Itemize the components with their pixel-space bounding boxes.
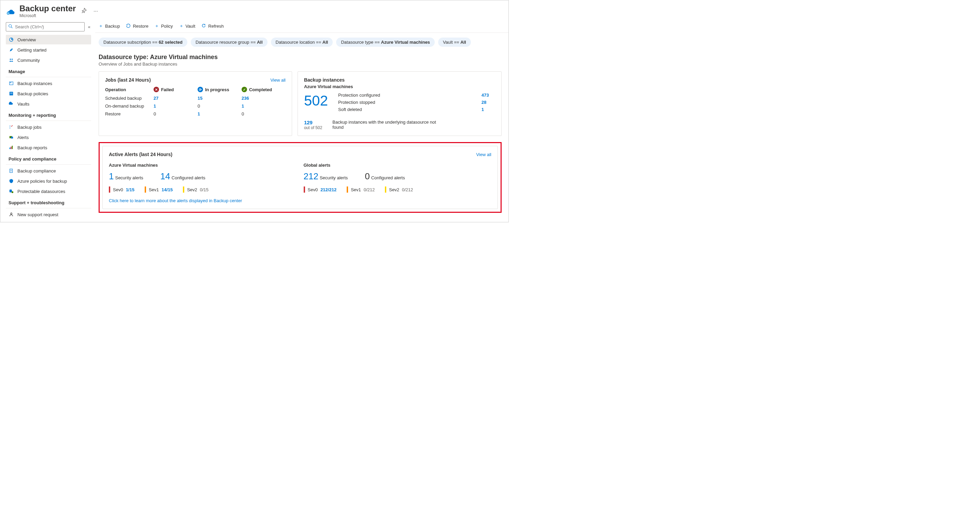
job-val[interactable]: 27 xyxy=(154,96,158,101)
security-alerts-count[interactable]: 1 xyxy=(109,171,114,181)
instances-notfound-count[interactable]: 129 xyxy=(304,120,322,125)
policy-button[interactable]: ＋Policy xyxy=(154,23,173,29)
filter-row: Datasource subscription == 62 selected D… xyxy=(95,33,508,49)
alerts-view-all-link[interactable]: View all xyxy=(476,152,492,157)
nav-label: Backup instances xyxy=(18,81,52,86)
sev2: Sev20/212 xyxy=(385,187,413,193)
nav-backup-jobs[interactable]: Backup jobs xyxy=(6,122,91,132)
alerts-col-avm: Azure Virtual machines 1Security alerts … xyxy=(109,161,297,193)
instances-notfound-desc: Backup instances with the underlying dat… xyxy=(332,120,445,130)
sev1: Sev114/15 xyxy=(145,187,173,193)
svg-rect-14 xyxy=(11,137,13,138)
btn-label: Policy xyxy=(161,24,173,29)
datasource-icon xyxy=(8,188,14,194)
jobs-row: Restore 0 1 0 xyxy=(105,110,286,118)
nav-label: Community xyxy=(18,58,40,63)
sev0: Sev0212/212 xyxy=(304,187,337,193)
sidebar: « Overview Getting started Community Man… xyxy=(0,19,95,222)
backup-button[interactable]: ＋Backup xyxy=(99,23,120,29)
col-failed: ✕Failed xyxy=(154,87,197,92)
job-val[interactable]: 1 xyxy=(197,111,200,117)
section-subtitle: Overview of Jobs and Backup instances xyxy=(95,61,508,71)
nav-backup-compliance[interactable]: Backup compliance xyxy=(6,166,91,176)
job-op: Scheduled backup xyxy=(105,96,154,101)
sev2-bar xyxy=(385,187,386,193)
plus-icon: ＋ xyxy=(154,23,159,29)
vault-button[interactable]: ＋Vault xyxy=(179,23,196,29)
btn-label: Backup xyxy=(105,24,120,29)
nav-vaults[interactable]: Vaults xyxy=(6,99,91,109)
nav-overview[interactable]: Overview xyxy=(6,35,91,45)
instances-notfound-sub: out of 502 xyxy=(304,125,322,130)
security-alerts-count[interactable]: 212 xyxy=(304,171,318,181)
svg-rect-9 xyxy=(10,82,11,83)
search-icon xyxy=(8,24,13,30)
nav-alerts[interactable]: Alerts xyxy=(6,133,91,142)
filter-datasource-type[interactable]: Datasource type == Azure Virtual machine… xyxy=(336,38,435,47)
restore-button[interactable]: Restore xyxy=(126,23,148,29)
jobs-card-title: Jobs (last 24 Hours) xyxy=(105,77,151,83)
job-op: On-demand backup xyxy=(105,104,154,109)
refresh-icon xyxy=(201,23,206,29)
configured-alerts-count: 0 xyxy=(365,171,369,181)
svg-line-3 xyxy=(11,27,13,28)
job-val[interactable]: 1 xyxy=(242,104,244,109)
nav-label: Backup policies xyxy=(18,91,48,96)
btn-label: Restore xyxy=(133,24,148,29)
nav-protectable-datasources[interactable]: Protectable datasources xyxy=(6,187,91,196)
nav-label: Backup compliance xyxy=(18,168,56,174)
sev0-bar xyxy=(109,187,110,193)
filter-location[interactable]: Datasource location == All xyxy=(271,38,333,47)
refresh-button[interactable]: Refresh xyxy=(201,23,224,29)
filter-vault[interactable]: Vault == All xyxy=(438,38,471,47)
svg-point-2 xyxy=(9,25,11,27)
plus-icon: ＋ xyxy=(99,23,103,29)
filter-resource-group[interactable]: Datasource resource group == All xyxy=(191,38,267,47)
alerts-learn-more-link[interactable]: Click here to learn more about the alert… xyxy=(109,198,492,203)
collapse-sidebar-icon[interactable]: « xyxy=(88,24,91,30)
alerts-col-title: Azure Virtual machines xyxy=(109,163,297,168)
sev1-bar xyxy=(347,187,348,193)
filter-subscription[interactable]: Datasource subscription == 62 selected xyxy=(99,38,187,47)
nav-label: Overview xyxy=(18,37,36,42)
nav-azure-policies[interactable]: Azure policies for backup xyxy=(6,176,91,186)
instances-icon xyxy=(8,81,14,86)
nav-backup-policies[interactable]: Backup policies xyxy=(6,89,91,98)
nav-backup-reports[interactable]: Backup reports xyxy=(6,143,91,152)
more-icon[interactable]: ⋯ xyxy=(92,7,99,15)
nav-community[interactable]: Community xyxy=(6,55,91,65)
nav-section-policy: Policy and compliance xyxy=(6,153,91,163)
svg-point-5 xyxy=(11,49,12,50)
search-field[interactable] xyxy=(15,24,82,29)
pin-icon[interactable] xyxy=(80,6,88,16)
nav-label: Backup jobs xyxy=(18,125,41,130)
nav-label: Alerts xyxy=(18,135,29,140)
job-op: Restore xyxy=(105,111,154,117)
search-input[interactable] xyxy=(6,22,84,32)
instances-total[interactable]: 502 xyxy=(304,93,328,109)
sev1: Sev10/212 xyxy=(347,187,375,193)
section-title: Datasource type: Azure Virtual machines xyxy=(95,49,508,61)
jobs-view-all-link[interactable]: View all xyxy=(270,78,286,83)
reports-icon xyxy=(8,145,14,150)
alerts-col-global: Global alerts 212Security alerts 0Config… xyxy=(304,161,492,193)
sev0: Sev01/15 xyxy=(109,187,134,193)
instance-stat: Protection stopped28 xyxy=(338,100,495,105)
job-val[interactable]: 236 xyxy=(242,96,249,101)
svg-point-6 xyxy=(10,59,11,60)
inprogress-icon: ⟳ xyxy=(197,87,203,92)
backup-center-icon xyxy=(6,6,15,16)
nav-backup-instances[interactable]: Backup instances xyxy=(6,78,91,88)
nav-getting-started[interactable]: Getting started xyxy=(6,45,91,55)
overview-icon xyxy=(8,37,14,42)
azure-policy-icon xyxy=(8,178,14,184)
configured-alerts-count[interactable]: 14 xyxy=(161,171,170,181)
nav-new-support-request[interactable]: New support request xyxy=(6,210,91,219)
toolbar: ＋Backup Restore ＋Policy ＋Vault Refresh xyxy=(95,19,508,33)
nav-section-monitoring: Monitoring + reporting xyxy=(6,109,91,119)
job-val[interactable]: 15 xyxy=(197,96,202,101)
vault-icon xyxy=(8,101,14,107)
job-val[interactable]: 1 xyxy=(154,104,156,109)
community-icon xyxy=(8,57,14,63)
compliance-icon xyxy=(8,168,14,174)
